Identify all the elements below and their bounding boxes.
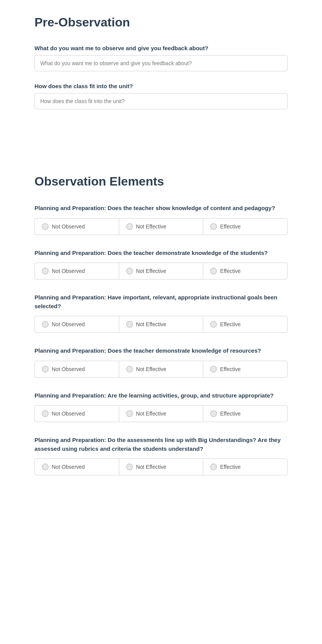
option-label: Effective — [220, 223, 240, 230]
observation-elements-title: Observation Elements — [34, 174, 288, 189]
option-label: Not Effective — [136, 223, 166, 230]
option-label: Not Observed — [52, 411, 85, 417]
element-radio-row-2: Not Observed Not Effective Effective — [34, 263, 288, 279]
element-6-not-effective[interactable]: Not Effective — [119, 458, 203, 475]
radio-circle — [42, 321, 49, 328]
element-question-3: Planning and Preparation: Have important… — [34, 293, 288, 310]
radio-circle — [126, 321, 133, 328]
element-radio-row-5: Not Observed Not Effective Effective — [34, 405, 288, 422]
element-group-4: Planning and Preparation: Does the teach… — [34, 347, 288, 378]
option-label: Not Effective — [136, 321, 166, 327]
radio-circle — [210, 463, 217, 470]
element-group-1: Planning and Preparation: Does the teach… — [34, 204, 288, 235]
radio-circle — [210, 223, 217, 230]
unit-field-group: How does the class fit into the unit? — [34, 83, 288, 109]
observation-elements-section: Observation Elements Planning and Prepar… — [34, 174, 288, 475]
element-3-effective[interactable]: Effective — [203, 316, 288, 333]
option-label: Not Effective — [136, 268, 166, 274]
observe-field-group: What do you want me to observe and give … — [34, 45, 288, 71]
radio-circle — [126, 268, 133, 274]
element-group-5: Planning and Preparation: Are the learni… — [34, 391, 288, 422]
element-6-effective[interactable]: Effective — [203, 458, 288, 475]
radio-circle — [126, 223, 133, 230]
radio-circle — [210, 321, 217, 328]
element-3-not-effective[interactable]: Not Effective — [119, 316, 203, 333]
element-5-not-observed[interactable]: Not Observed — [34, 405, 119, 422]
element-1-not-effective[interactable]: Not Effective — [119, 218, 203, 235]
element-4-not-observed[interactable]: Not Observed — [34, 361, 119, 378]
option-label: Not Observed — [52, 321, 85, 327]
element-2-not-observed[interactable]: Not Observed — [34, 263, 119, 279]
element-radio-row-4: Not Observed Not Effective Effective — [34, 361, 288, 378]
radio-circle — [42, 463, 49, 470]
element-4-not-effective[interactable]: Not Effective — [119, 361, 203, 378]
element-group-2: Planning and Preparation: Does the teach… — [34, 249, 288, 280]
element-6-not-observed[interactable]: Not Observed — [34, 458, 119, 475]
option-label: Not Effective — [136, 366, 166, 372]
element-question-1: Planning and Preparation: Does the teach… — [34, 204, 288, 213]
radio-circle — [42, 410, 49, 417]
option-label: Not Effective — [136, 464, 166, 470]
option-label: Not Observed — [52, 223, 85, 230]
unit-input[interactable] — [34, 93, 288, 109]
element-radio-row-1: Not Observed Not Effective Effective — [34, 218, 288, 235]
pre-observation-title: Pre-Observation — [34, 15, 288, 30]
element-group-6: Planning and Preparation: Do the assessm… — [34, 436, 288, 475]
element-2-not-effective[interactable]: Not Effective — [119, 263, 203, 279]
option-label: Effective — [220, 411, 240, 417]
option-label: Effective — [220, 366, 240, 372]
radio-circle — [126, 463, 133, 470]
element-question-5: Planning and Preparation: Are the learni… — [34, 391, 288, 400]
option-label: Effective — [220, 321, 240, 327]
element-question-4: Planning and Preparation: Does the teach… — [34, 347, 288, 355]
observe-label: What do you want me to observe and give … — [34, 45, 288, 51]
radio-circle — [210, 268, 217, 274]
element-2-effective[interactable]: Effective — [203, 263, 288, 279]
element-question-2: Planning and Preparation: Does the teach… — [34, 249, 288, 258]
radio-circle — [42, 268, 49, 274]
observe-input[interactable] — [34, 55, 288, 71]
option-label: Not Observed — [52, 366, 85, 372]
element-1-not-observed[interactable]: Not Observed — [34, 218, 119, 235]
element-3-not-observed[interactable]: Not Observed — [34, 316, 119, 333]
unit-label: How does the class fit into the unit? — [34, 83, 288, 89]
option-label: Not Observed — [52, 464, 85, 470]
option-label: Effective — [220, 268, 240, 274]
element-group-3: Planning and Preparation: Have important… — [34, 293, 288, 333]
radio-circle — [210, 366, 217, 373]
element-5-effective[interactable]: Effective — [203, 405, 288, 422]
radio-circle — [42, 366, 49, 373]
element-4-effective[interactable]: Effective — [203, 361, 288, 378]
radio-circle — [42, 223, 49, 230]
option-label: Not Effective — [136, 411, 166, 417]
element-question-6: Planning and Preparation: Do the assessm… — [34, 436, 288, 453]
element-1-effective[interactable]: Effective — [203, 218, 288, 235]
radio-circle — [126, 410, 133, 417]
radio-circle — [126, 366, 133, 373]
option-label: Effective — [220, 464, 240, 470]
radio-circle — [210, 410, 217, 417]
element-radio-row-6: Not Observed Not Effective Effective — [34, 458, 288, 475]
element-radio-row-3: Not Observed Not Effective Effective — [34, 316, 288, 333]
option-label: Not Observed — [52, 268, 85, 274]
element-5-not-effective[interactable]: Not Effective — [119, 405, 203, 422]
